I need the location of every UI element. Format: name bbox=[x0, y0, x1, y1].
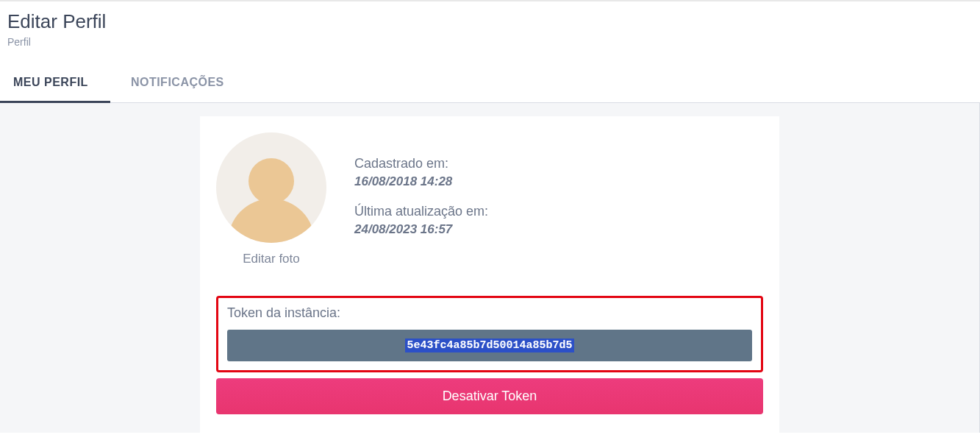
token-value: 5e43fc4a85b7d50014a85b7d5 bbox=[405, 339, 573, 352]
page-header: Editar Perfil Perfil bbox=[0, 1, 980, 48]
avatar-icon bbox=[216, 132, 326, 243]
tab-my-profile[interactable]: MEU PERFIL bbox=[13, 76, 88, 102]
profile-card: Editar foto Cadastrado em: 16/08/2018 14… bbox=[200, 116, 779, 433]
token-value-box[interactable]: 5e43fc4a85b7d50014a85b7d5 bbox=[227, 330, 752, 361]
content-area: Editar foto Cadastrado em: 16/08/2018 14… bbox=[0, 103, 980, 433]
avatar-column: Editar foto bbox=[216, 132, 326, 266]
updated-label: Última atualização em: bbox=[354, 204, 488, 219]
tabs: MEU PERFIL NOTIFICAÇÕES bbox=[0, 76, 980, 103]
profile-info: Cadastrado em: 16/08/2018 14:28 Última a… bbox=[354, 132, 488, 252]
token-label: Token da instância: bbox=[227, 305, 752, 321]
registered-value: 16/08/2018 14:28 bbox=[354, 174, 488, 189]
edit-photo-link[interactable]: Editar foto bbox=[243, 252, 300, 266]
token-section: Token da instância: 5e43fc4a85b7d50014a8… bbox=[216, 296, 763, 372]
profile-row: Editar foto Cadastrado em: 16/08/2018 14… bbox=[216, 132, 763, 266]
registered-label: Cadastrado em: bbox=[354, 156, 488, 171]
page-title: Editar Perfil bbox=[7, 10, 973, 33]
updated-value: 24/08/2023 16:57 bbox=[354, 222, 488, 237]
breadcrumb: Perfil bbox=[7, 36, 973, 48]
deactivate-token-button[interactable]: Desativar Token bbox=[216, 378, 763, 414]
tab-notifications[interactable]: NOTIFICAÇÕES bbox=[131, 76, 224, 102]
